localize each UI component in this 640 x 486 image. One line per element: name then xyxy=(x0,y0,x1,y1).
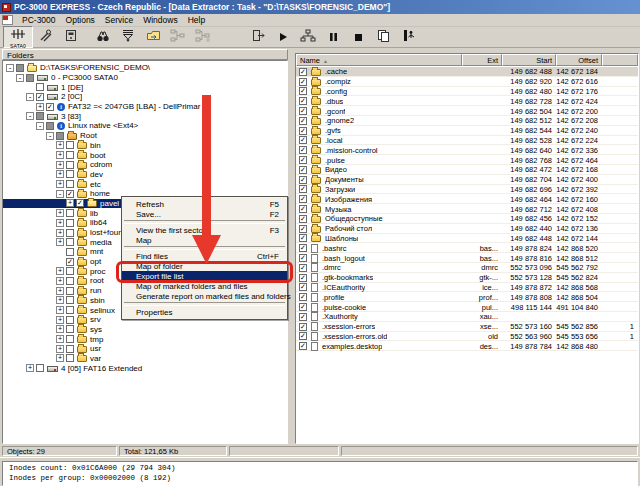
menubar-item-windows[interactable]: Windows xyxy=(138,14,182,26)
tree-checkbox[interactable] xyxy=(36,364,44,372)
tree-expand-toggle[interactable]: + xyxy=(56,267,64,275)
menubar-item-service[interactable]: Service xyxy=(100,14,138,26)
tree-checkbox[interactable] xyxy=(66,306,74,314)
row-checkbox[interactable] xyxy=(299,225,307,233)
open-task-button[interactable] xyxy=(246,27,270,47)
tree-expand-toggle[interactable]: + xyxy=(56,316,64,324)
tree-checkbox[interactable] xyxy=(66,141,74,149)
tree-item-4-05-fat16-extended[interactable]: +4 [05] FAT16 Extended xyxy=(3,363,287,373)
tree-checkbox[interactable] xyxy=(76,199,84,207)
row-checkbox[interactable] xyxy=(299,156,307,164)
tree-item-fat32-2047gb-lba-dellprimar[interactable]: +iFAT32 =< 2047GB [LBA] - DellPrimar xyxy=(3,102,287,112)
tree-expand-toggle[interactable]: - xyxy=(46,132,54,140)
tree-item-tmp[interactable]: +tmp xyxy=(3,334,287,344)
column-header-name[interactable]: Name▲ xyxy=(296,54,462,66)
title-bar[interactable]: PC-3000 EXPRESS - Czech Republic - [Data… xyxy=(0,0,640,14)
find-button[interactable] xyxy=(91,27,115,47)
row-checkbox[interactable] xyxy=(299,176,307,184)
tree-checkbox[interactable] xyxy=(66,345,74,353)
tree-checkbox[interactable] xyxy=(16,64,24,72)
row-checkbox[interactable] xyxy=(299,332,307,340)
tree-checkbox[interactable] xyxy=(66,151,74,159)
tree-checkbox[interactable] xyxy=(66,354,74,362)
row-checkbox[interactable] xyxy=(299,323,307,331)
row-checkbox[interactable] xyxy=(299,254,307,262)
map-marked-button[interactable] xyxy=(191,27,215,47)
tree-checkbox[interactable] xyxy=(66,190,74,198)
file-list-row-profile[interactable]: .profileprof...149 878 808142 868 504 xyxy=(296,292,638,302)
tree-checkbox[interactable] xyxy=(66,287,74,295)
row-checkbox[interactable] xyxy=(299,303,307,311)
file-list-row-iceauthority[interactable]: .ICEauthorityice...149 878 872142 868 56… xyxy=(296,283,638,293)
map-button[interactable] xyxy=(166,27,190,47)
tree-checkbox[interactable] xyxy=(66,219,74,227)
tree-expand-toggle[interactable]: - xyxy=(16,74,24,82)
tree-expand-toggle[interactable]: - xyxy=(26,93,34,101)
tree-expand-toggle[interactable]: + xyxy=(56,296,64,304)
row-checkbox[interactable] xyxy=(299,195,307,203)
row-checkbox[interactable] xyxy=(299,107,307,115)
tree-expand-toggle[interactable]: + xyxy=(56,180,64,188)
tree-expand-toggle[interactable]: + xyxy=(36,103,44,111)
tree-checkbox[interactable] xyxy=(66,161,74,169)
row-checkbox[interactable] xyxy=(299,244,307,252)
file-list-row-local[interactable]: .local149 682 528142 672 224 xyxy=(296,136,638,146)
row-checkbox[interactable] xyxy=(299,166,307,174)
tree-checkbox[interactable] xyxy=(36,93,44,101)
tree-expand-toggle[interactable]: - xyxy=(56,190,64,198)
row-checkbox[interactable] xyxy=(299,117,307,125)
tree-checkbox[interactable] xyxy=(66,170,74,178)
row-checkbox[interactable] xyxy=(299,97,307,105)
file-list-row-gconf[interactable]: .gconf149 682 504142 672 200 xyxy=(296,106,638,116)
folder-actions-button[interactable] xyxy=(141,27,165,47)
tree-checkbox[interactable] xyxy=(66,238,74,246)
file-list-row-examples-desktop[interactable]: examples.desktopdes...149 878 784142 868… xyxy=(296,341,638,351)
row-checkbox[interactable] xyxy=(299,205,307,213)
file-list-row-музыка[interactable]: Музыка149 682 712142 672 408 xyxy=(296,204,638,214)
row-checkbox[interactable] xyxy=(299,87,307,95)
tree-checkbox[interactable] xyxy=(66,325,74,333)
tree-checkbox[interactable] xyxy=(66,335,74,343)
sata0-port-button[interactable]: SATA0 xyxy=(3,26,33,48)
filter-button[interactable] xyxy=(116,27,140,47)
stop-button[interactable] xyxy=(346,27,370,47)
mdi-child-icon[interactable] xyxy=(2,15,13,25)
tree-checkbox[interactable] xyxy=(66,229,74,237)
tree-expand-toggle[interactable]: + xyxy=(56,335,64,343)
column-header-item[interactable] xyxy=(602,54,638,66)
tree-item-1-de[interactable]: 1 [DE] xyxy=(3,82,287,92)
report-button[interactable] xyxy=(371,27,395,47)
file-list-row-gtk-bookmarks[interactable]: .gtk-bookmarksgtk-...552 573 128545 562 … xyxy=(296,273,638,283)
file-list-row-bashrc[interactable]: .bashrcbas...149 878 824142 868 520 xyxy=(296,243,638,253)
file-list-row-gnome2[interactable]: .gnome2149 682 512142 672 208 xyxy=(296,116,638,126)
file-list-row-рабочий-стол[interactable]: Рабочий стол149 682 440142 672 136 xyxy=(296,224,638,234)
tree-expand-toggle[interactable]: + xyxy=(56,354,64,362)
tree-checkbox[interactable] xyxy=(46,103,54,111)
row-checkbox[interactable] xyxy=(299,264,307,272)
file-list-row-dbus[interactable]: .dbus149 682 728142 672 424 xyxy=(296,96,638,106)
tree-checkbox[interactable] xyxy=(66,316,74,324)
menubar-item-help[interactable]: Help xyxy=(183,14,210,26)
tree-expand-toggle[interactable]: - xyxy=(36,122,44,130)
row-checkbox[interactable] xyxy=(299,313,307,321)
menu-item-generate-report-on-marked-files-and-folders[interactable]: Generate report on marked files and fold… xyxy=(122,291,287,301)
file-list-row-xsession-errors[interactable]: .xsession-errorsxse...552 573 160545 562… xyxy=(296,322,638,332)
file-list-row-config[interactable]: .config149 682 480142 672 176 xyxy=(296,87,638,97)
row-checkbox[interactable] xyxy=(299,185,307,193)
tree-expand-toggle[interactable]: + xyxy=(56,141,64,149)
row-checkbox[interactable] xyxy=(299,146,307,154)
menubar-item-options[interactable]: Options xyxy=(61,14,100,26)
menu-item-properties[interactable]: Properties xyxy=(122,307,287,317)
file-list-row-cache[interactable]: .cache149 682 488142 672 184 xyxy=(296,67,638,77)
row-checkbox[interactable] xyxy=(299,127,307,135)
tree-checkbox[interactable] xyxy=(36,83,44,91)
file-list-row-общедоступные[interactable]: Общедоступные149 682 456142 672 152 xyxy=(296,214,638,224)
tree-checkbox[interactable] xyxy=(66,180,74,188)
tree-expand-toggle[interactable]: + xyxy=(56,325,64,333)
tree-expand-toggle[interactable]: + xyxy=(56,287,64,295)
menubar-item-pc-3000[interactable]: PC-3000 xyxy=(17,14,61,26)
tree-checkbox[interactable] xyxy=(66,248,74,256)
tree-item-dev[interactable]: +dev xyxy=(3,170,287,180)
file-list-row-mission-control[interactable]: .mission-control149 682 640142 672 336 xyxy=(296,145,638,155)
tree-item-etc[interactable]: +etc xyxy=(3,179,287,189)
